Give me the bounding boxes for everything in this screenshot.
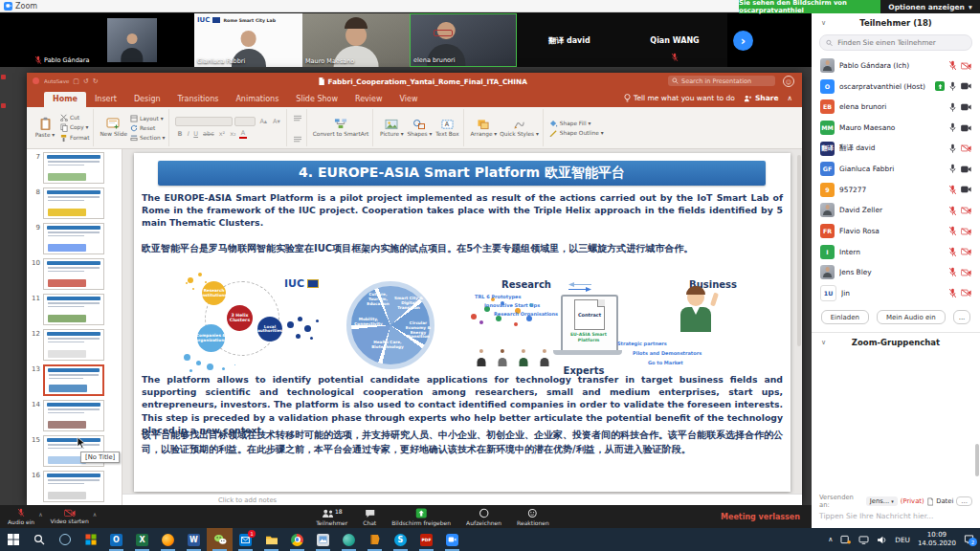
participant-row[interactable]: 9957277 xyxy=(812,180,980,201)
taskbar-chrome-icon[interactable] xyxy=(284,528,310,551)
taskbar-mail-icon[interactable]: 1 xyxy=(233,528,258,551)
grow-font-button[interactable]: A▴ xyxy=(257,118,269,125)
chat-button[interactable]: Chat xyxy=(363,509,376,526)
next-participants-button[interactable]: › xyxy=(733,31,753,51)
taskbar-zoomapp-icon[interactable] xyxy=(439,528,465,551)
participant-row[interactable]: David Zeller xyxy=(812,200,980,221)
participant-row[interactable]: MMMauro Maesano xyxy=(812,118,980,139)
chat-scrollbar[interactable] xyxy=(975,444,979,476)
taskbar-edge-icon[interactable] xyxy=(336,528,362,551)
tell-me-box[interactable]: Tell me what you want to do xyxy=(624,94,735,102)
taskbar-search-icon[interactable] xyxy=(26,528,52,551)
reactions-button[interactable]: Reaktionen xyxy=(517,508,549,526)
strikethrough-button[interactable]: abc xyxy=(201,130,216,138)
shrink-font-button[interactable]: A▾ xyxy=(271,118,282,125)
taskbar-explorer-icon[interactable] xyxy=(258,528,284,551)
format-painter-button[interactable]: Format xyxy=(60,134,89,143)
thumbnail-preview[interactable] xyxy=(43,400,104,431)
video-tile[interactable]: 翻译 david xyxy=(517,13,622,67)
current-slide[interactable]: 4. EUROPE-ASIA Smart Platform 欧亚智能平台 The… xyxy=(134,153,791,492)
taskbar-pdf-icon[interactable]: PDF xyxy=(413,528,439,551)
cut-button[interactable]: Cut xyxy=(60,114,89,121)
video-tile[interactable]: Qian WANG xyxy=(622,13,727,67)
video-tile[interactable]: Mauro Maesano xyxy=(302,13,410,67)
quick-styles-button[interactable]: Quick Styles ▾ xyxy=(500,119,539,137)
start-video-button[interactable]: Video starten xyxy=(51,509,89,525)
file-icon[interactable] xyxy=(927,497,934,506)
superscript-button[interactable]: x² xyxy=(217,130,227,138)
notification-center-icon[interactable]: 2 xyxy=(964,535,974,544)
slide-thumbnail-10[interactable]: 10 xyxy=(31,258,122,290)
taskbar-firefox-icon[interactable] xyxy=(155,528,181,551)
participant-search-input[interactable] xyxy=(835,37,966,48)
participant-row[interactable]: 1UJin xyxy=(812,283,980,304)
italic-button[interactable]: I xyxy=(185,130,190,138)
participant-row[interactable]: IIntern xyxy=(812,241,980,262)
powerpoint-titlebar[interactable]: AutoSave ▢ ↺ ↻ Fabbri_Cooperatiom_Yantai… xyxy=(27,73,802,89)
thumbnail-preview[interactable] xyxy=(43,294,104,325)
insert-shapes-button[interactable]: Shapes ▾ xyxy=(407,119,432,137)
speaker-icon[interactable] xyxy=(877,536,887,544)
slide-editing-area[interactable]: 4. EUROPE-ASIA Smart Platform 欧亚智能平台 The… xyxy=(122,149,802,505)
ribbon-tab-review[interactable]: Review xyxy=(346,92,391,107)
unmute-audio-button[interactable]: Audio ein xyxy=(8,508,34,525)
collapse-chat-icon[interactable]: ∨ xyxy=(821,339,826,346)
slide-thumbnail-12[interactable]: 12 xyxy=(31,329,122,361)
ribbon-tab-animations[interactable]: Animations xyxy=(227,92,287,107)
participant-row[interactable]: FRFlavio Rosa xyxy=(812,221,980,242)
participant-row[interactable]: GFGianluca Fabbri xyxy=(812,159,980,180)
participant-row[interactable]: Jens Bley xyxy=(812,262,980,283)
paste-button[interactable]: Paste ▾ xyxy=(33,117,57,138)
tray-expand-icon[interactable]: ∧ xyxy=(828,536,833,543)
taskbar-photos-icon[interactable] xyxy=(310,528,336,551)
taskbar-outlook-icon[interactable]: O xyxy=(103,528,129,551)
language-indicator[interactable]: DEU xyxy=(895,536,910,544)
chat-message-area[interactable] xyxy=(812,352,980,493)
participant-row[interactable]: Pablo Gándara (Ich) xyxy=(812,55,980,77)
video-tile[interactable]: Pablo Gándara xyxy=(32,13,194,67)
thumbnail-preview[interactable] xyxy=(43,187,104,219)
subscript-button[interactable]: x₂ xyxy=(228,130,237,138)
insert-textbox-button[interactable]: AText Box xyxy=(434,119,459,137)
file-button[interactable]: Datei xyxy=(936,497,953,505)
video-tile[interactable]: IUC Rome Smart City LabGianluca Fabbri xyxy=(194,13,302,67)
ribbon-tab-view[interactable]: View xyxy=(391,92,427,107)
thumbnail-preview[interactable] xyxy=(43,364,104,396)
more-actions-button[interactable]: ... xyxy=(953,310,971,324)
participant-row[interactable]: EBelena brunori xyxy=(812,97,980,118)
slide-thumbnail-8[interactable]: 8 xyxy=(31,187,122,219)
slide-thumbnail-13[interactable]: 13 xyxy=(31,364,122,396)
font-color-button[interactable]: A xyxy=(239,129,247,139)
collapse-ribbon-icon[interactable]: ∧ xyxy=(788,94,793,102)
slide-thumbnail-14[interactable]: 14 xyxy=(31,400,122,431)
layout-button[interactable]: Layout ▾ xyxy=(130,115,165,122)
audio-options-chevron[interactable]: ∧ xyxy=(38,511,42,518)
thumbnail-preview[interactable] xyxy=(43,471,104,502)
invite-button[interactable]: Einladen xyxy=(821,310,869,324)
slide-thumbnail-panel[interactable]: 7 8 9 10 11 xyxy=(27,149,122,505)
ribbon-tab-design[interactable]: Design xyxy=(125,92,169,107)
ribbon-tab-slide-show[interactable]: Slide Show xyxy=(287,92,346,107)
thumbnail-preview[interactable] xyxy=(43,329,104,361)
video-tile[interactable]: elena brunori xyxy=(410,13,517,67)
save-icon[interactable]: ▢ xyxy=(73,77,79,85)
feedback-smiley-icon[interactable]: ☺ xyxy=(783,76,794,87)
participant-search-box[interactable] xyxy=(819,34,972,51)
ribbon-tab-home[interactable]: Home xyxy=(44,92,86,107)
participant-row[interactable]: Ooscarpratvanthiel (Host) xyxy=(812,77,980,98)
new-slide-button[interactable]: New Slide xyxy=(100,118,127,137)
unmute-my-audio-button[interactable]: Mein Audio ein xyxy=(877,310,946,324)
close-button[interactable] xyxy=(33,77,39,84)
autosave-toggle[interactable]: AutoSave xyxy=(44,78,69,84)
share-button[interactable]: Share xyxy=(744,94,779,102)
ribbon-tab-transitions[interactable]: Transitions xyxy=(169,92,228,107)
participants-button[interactable]: 18Teilnehmer xyxy=(316,509,347,526)
arrange-button[interactable]: Arrange ▾ xyxy=(470,119,497,137)
taskbar-store-icon[interactable] xyxy=(78,528,103,551)
font-name-select[interactable] xyxy=(175,117,233,126)
taskbar-excel-icon[interactable]: X xyxy=(129,528,155,551)
tablet-mode-icon[interactable] xyxy=(840,535,851,544)
record-button[interactable]: Aufzeichnen xyxy=(466,508,501,526)
slide-thumbnail-11[interactable]: 11 xyxy=(31,294,122,325)
redo-icon[interactable]: ↻ xyxy=(93,77,99,85)
